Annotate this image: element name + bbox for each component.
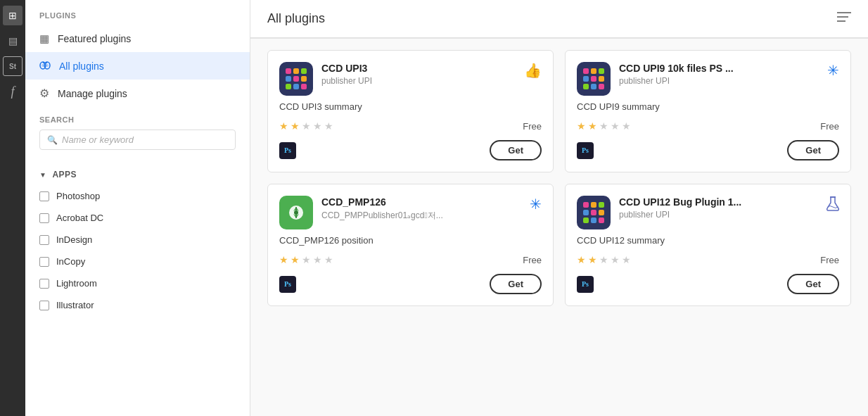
star-3: ★ (599, 120, 608, 132)
ccd-upi3-get-button[interactable]: Get (490, 140, 542, 160)
plugins-section-title: PLUGINS (25, 0, 250, 25)
star-2: ★ (588, 120, 597, 132)
star-4: ★ (313, 254, 322, 265)
ccd-upi9-publisher: publisher UPI (619, 76, 819, 86)
main-content: All plugins (250, 0, 868, 416)
star-2: ★ (291, 254, 300, 265)
ccd-pmp126-icon (279, 196, 313, 229)
ccd-upi9-footer: ★ ★ ★ ★ ★ Free (577, 120, 839, 132)
layers-icon[interactable]: ▤ (3, 31, 23, 51)
star-5: ★ (324, 254, 333, 265)
ccd-upi9-name: CCD UPI9 10k files PS ... (619, 62, 819, 75)
page-title: All plugins (267, 11, 325, 26)
ccd-upi9-icon (577, 62, 611, 96)
app-item-indesign[interactable]: InDesign (25, 229, 250, 251)
ccd-upi9-info: CCD UPI9 10k files PS ... publisher UPI (619, 62, 819, 86)
acrobat-checkbox[interactable] (39, 213, 49, 223)
star-5: ★ (324, 120, 333, 132)
grid-icon[interactable]: ⊞ (3, 6, 23, 25)
ccd-upi3-icon (279, 62, 313, 96)
ccd-pmp126-stars: ★ ★ ★ ★ ★ (279, 254, 333, 265)
stock-icon[interactable]: St (3, 56, 23, 76)
plugins-grid: CCD UPI3 publisher UPI 👍 CCD UPI3 summar… (250, 39, 868, 416)
ccd-pmp126-summary: CCD_PMP126 position (279, 235, 542, 246)
chevron-down-icon: ▼ (39, 171, 46, 179)
plugin-card-header: CCD UPI9 10k files PS ... publisher UPI … (577, 62, 839, 96)
star-3: ★ (302, 254, 311, 265)
sort-icon[interactable] (837, 11, 851, 26)
app-item-lightroom[interactable]: Lightroom (25, 272, 250, 294)
svg-point-13 (294, 210, 298, 215)
search-input[interactable] (62, 134, 228, 145)
sidebar-item-all-plugins[interactable]: All plugins (25, 52, 250, 80)
featured-icon: ▦ (39, 32, 49, 45)
ccd-upi3-actions: Ps Get (279, 140, 542, 160)
plugin-card-ccd-upi9: CCD UPI9 10k files PS ... publisher UPI … (565, 50, 851, 172)
illustrator-checkbox[interactable] (39, 301, 49, 310)
star-1: ★ (577, 120, 586, 132)
star-2: ★ (588, 254, 597, 265)
ccd-pmp126-info: CCD_PMP126 CCD_PMPPublisher01ₐgcd᪲저... (321, 196, 521, 222)
app-item-incopy[interactable]: InCopy (25, 251, 250, 272)
flask-badge (826, 196, 839, 215)
ps-badge: Ps (577, 142, 594, 159)
ccd-upi12-stars: ★ ★ ★ ★ ★ (577, 254, 631, 265)
photoshop-label: Photoshop (56, 191, 100, 201)
manage-label: Manage plugins (58, 88, 127, 99)
ccd-pmp126-publisher: CCD_PMPPublisher01ₐgcd᪲저... (321, 210, 521, 222)
photoshop-checkbox[interactable] (39, 191, 49, 201)
plugin-card-header: CCD_PMP126 CCD_PMPPublisher01ₐgcd᪲저... ✳ (279, 196, 542, 229)
search-label: SEARCH (39, 115, 236, 124)
font-icon[interactable]: f (3, 82, 23, 101)
star-5: ★ (622, 120, 631, 132)
ccd-pmp126-get-button[interactable]: Get (490, 274, 542, 294)
main-header: All plugins (250, 0, 868, 38)
ccd-upi12-get-button[interactable]: Get (787, 274, 839, 294)
ccd-upi9-get-button[interactable]: Get (787, 140, 839, 160)
new-star-badge-1: ✳ (827, 62, 839, 79)
star-1: ★ (577, 254, 586, 265)
ccd-upi12-publisher: publisher UPI (619, 210, 818, 220)
plugin-card-ccd-upi3: CCD UPI3 publisher UPI 👍 CCD UPI3 summar… (267, 50, 554, 172)
incopy-label: InCopy (56, 256, 85, 267)
search-input-wrap: 🔍 (39, 130, 236, 150)
sidebar: PLUGINS ▦ Featured plugins All plugins (25, 0, 250, 416)
app-item-acrobat[interactable]: Acrobat DC (25, 207, 250, 229)
ccd-pmp126-footer: ★ ★ ★ ★ ★ Free (279, 254, 542, 265)
star-4: ★ (313, 120, 322, 132)
plugin-card-ccd-upi12: CCD UPI12 Bug Plugin 1... publisher UPI … (565, 184, 851, 306)
ccd-upi12-price: Free (820, 255, 839, 265)
ccd-upi9-stars: ★ ★ ★ ★ ★ (577, 120, 631, 132)
apps-label: APPS (52, 170, 77, 179)
sidebar-scroll: PLUGINS ▦ Featured plugins All plugins (25, 0, 250, 416)
indesign-checkbox[interactable] (39, 235, 49, 245)
ccd-upi9-price: Free (820, 121, 839, 132)
ccd-pmp126-name: CCD_PMP126 (321, 196, 521, 208)
ps-badge: Ps (577, 276, 594, 293)
sidebar-item-manage[interactable]: ⚙ Manage plugins (25, 80, 250, 107)
ccd-upi3-summary: CCD UPI3 summary (279, 101, 542, 112)
apps-section-header[interactable]: ▼ APPS (25, 164, 250, 185)
incopy-checkbox[interactable] (39, 257, 49, 267)
app-item-illustrator[interactable]: Illustrator (25, 294, 250, 316)
ps-badge: Ps (279, 276, 296, 293)
new-star-badge-2: ✳ (530, 196, 542, 213)
star-5: ★ (622, 254, 631, 265)
search-section: SEARCH 🔍 (25, 107, 250, 158)
icon-bar: ⊞ ▤ St f (0, 0, 25, 416)
ccd-pmp126-price: Free (523, 255, 542, 265)
star-4: ★ (611, 254, 620, 265)
app-item-photoshop[interactable]: Photoshop (25, 185, 250, 207)
plugin-card-header: CCD UPI3 publisher UPI 👍 (279, 62, 542, 96)
featured-label: Featured plugins (58, 33, 131, 44)
lightroom-label: Lightroom (56, 278, 97, 289)
all-plugins-icon (39, 59, 51, 73)
thumb-up-badge: 👍 (524, 62, 542, 79)
lightroom-checkbox[interactable] (39, 279, 49, 289)
sidebar-item-featured[interactable]: ▦ Featured plugins (25, 25, 250, 52)
star-1: ★ (279, 120, 288, 132)
ccd-upi3-price: Free (523, 121, 542, 132)
star-3: ★ (599, 254, 608, 265)
plugin-card-header: CCD UPI12 Bug Plugin 1... publisher UPI (577, 196, 839, 229)
ccd-upi12-summary: CCD UPI12 summary (577, 235, 839, 246)
